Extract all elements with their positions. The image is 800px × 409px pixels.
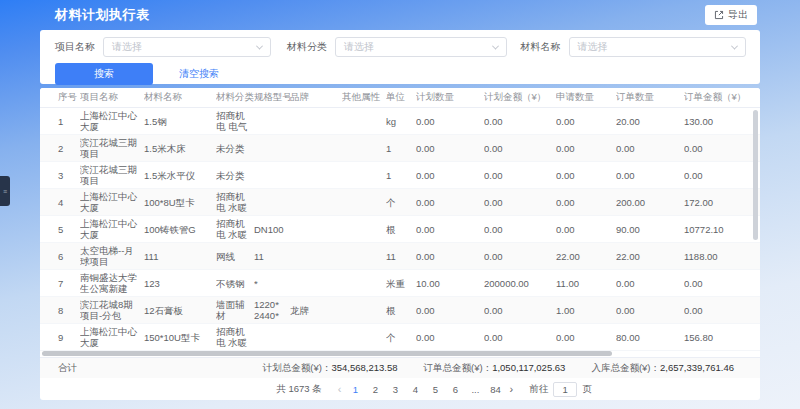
table-cell: 9 (40, 332, 80, 343)
table-cell: 上海松江中心大厦 (80, 326, 144, 348)
table-cell: 0.00 (416, 170, 484, 181)
export-button[interactable]: 导出 (705, 5, 757, 25)
table-cell: 22.00 (556, 251, 616, 262)
column-header: 序号 (40, 91, 80, 104)
table-cell: 0.00 (416, 251, 484, 262)
table-cell: 0.00 (484, 251, 556, 262)
table-cell: 0.00 (616, 143, 684, 154)
table-cell: 未分类 (216, 170, 254, 181)
table-cell: * (254, 278, 290, 289)
table-cell: 0.00 (416, 116, 484, 127)
export-icon (714, 10, 724, 20)
goto-page-input[interactable] (553, 382, 577, 397)
table-cell: 3 (40, 170, 80, 181)
table-cell: 根 (386, 305, 416, 316)
table-cell: 1 (386, 143, 416, 154)
table-cell: 7 (40, 278, 80, 289)
search-button[interactable]: 搜索 (55, 63, 153, 85)
table-cell: 100铸铁管G (144, 224, 216, 235)
table-cell: 0.00 (484, 197, 556, 208)
column-header: 单位 (386, 91, 416, 104)
page-ellipsis[interactable]: ... (468, 384, 482, 395)
prev-page-icon[interactable]: ‹ (338, 384, 342, 394)
horizontal-scrollbar-track (40, 351, 760, 357)
table-cell: 0.00 (684, 305, 746, 316)
table-cell: 0.00 (416, 305, 484, 316)
page-button-2[interactable]: 2 (368, 384, 382, 395)
table-cell: 150*10U型卡 (144, 332, 216, 343)
page-button-4[interactable]: 4 (408, 384, 422, 395)
page-button-6[interactable]: 6 (448, 384, 462, 395)
table-cell: 80.00 (616, 332, 684, 343)
table-cell: 0.00 (556, 332, 616, 343)
clear-search-link[interactable]: 清空搜索 (179, 67, 219, 81)
totals-row: 合计 计划总金额(¥)：354,568,213.58 订单总金额(¥)：1,05… (40, 357, 760, 378)
column-header: 订单数量 (616, 91, 684, 104)
category-select-placeholder: 请选择 (344, 40, 374, 54)
table-row: 7 南铜盛达大学生公寓新建 123 不锈钢 * 米重 10.00 200000.… (40, 270, 760, 297)
project-select[interactable]: 请选择 (103, 37, 271, 57)
table-cell: 上海松江中心大厦 (80, 218, 144, 240)
material-select-placeholder: 请选择 (578, 40, 608, 54)
table-row: 2 滨江花城三期项目 1.5米木床 未分类 1 0.00 0.00 0.00 0… (40, 135, 760, 162)
table-cell: 个 (386, 332, 416, 343)
table-cell: 0.00 (556, 170, 616, 181)
table-cell: 太空电梯--月球项目 (80, 245, 144, 267)
column-header: 订单金额（¥） (684, 91, 746, 104)
table-cell: 1 (386, 170, 416, 181)
table-panel: 序号 项目名称 材料名称 材料分类 规格型号 品牌 其他属性 单位 计划数量 计… (40, 88, 760, 400)
chevron-down-icon (256, 42, 263, 49)
table-cell: 米重 (386, 278, 416, 289)
page-title: 材料计划执行表 (55, 6, 150, 24)
table-cell: 0.00 (684, 170, 746, 181)
table-cell: 8 (40, 305, 80, 316)
horizontal-scrollbar[interactable] (42, 351, 612, 356)
column-header: 项目名称 (80, 91, 144, 104)
table-cell: 个 (386, 197, 416, 208)
column-header: 计划数量 (416, 91, 484, 104)
column-header: 规格型号 (254, 91, 290, 104)
chevron-down-icon (731, 42, 738, 49)
column-header: 品牌 (290, 91, 342, 104)
table-cell: 不锈钢 (216, 278, 254, 289)
header-bar: 材料计划执行表 导出 (40, 0, 760, 30)
project-select-placeholder: 请选择 (112, 40, 142, 54)
chevron-down-icon (492, 42, 499, 49)
page-button-1[interactable]: 1 (348, 384, 362, 395)
vertical-scrollbar[interactable] (753, 110, 758, 240)
table-cell: 上海松江中心大厦 (80, 110, 144, 132)
table-cell: 22.00 (616, 251, 684, 262)
totals-label: 合计 (58, 362, 77, 375)
table-cell: DN100 (254, 224, 290, 235)
table-cell: kg (386, 116, 416, 127)
table-cell: 0.00 (484, 224, 556, 235)
table-cell: 0.00 (556, 197, 616, 208)
table-cell: 0.00 (484, 170, 556, 181)
column-header: 材料名称 (144, 91, 216, 104)
table-cell: 123 (144, 278, 216, 289)
app: { "colors": { "accent": "#3e7ff7", "head… (0, 0, 800, 409)
page-button-3[interactable]: 3 (388, 384, 402, 395)
page-button-5[interactable]: 5 (428, 384, 442, 395)
side-panel-handle[interactable]: ≡ (0, 176, 10, 206)
table-cell: 130.00 (684, 116, 746, 127)
table-cell: 10.00 (416, 278, 484, 289)
page-button-84[interactable]: 84 (488, 384, 502, 395)
table-cell: 0.00 (416, 332, 484, 343)
table-cell: 根 (386, 224, 416, 235)
category-select[interactable]: 请选择 (335, 37, 507, 57)
table-cell: 2 (40, 143, 80, 154)
pagination: 共 1673 条 ‹ 1 2 3 4 5 6 ... 84 › 前往 页 (74, 378, 760, 400)
table-cell: 4 (40, 197, 80, 208)
export-label: 导出 (728, 8, 748, 22)
order-total: 订单总金额(¥)：1,050,117,025.63 (424, 362, 566, 375)
table-cell: 5 (40, 224, 80, 235)
table-cell: 1220*2440*12 (254, 299, 290, 322)
material-select[interactable]: 请选择 (569, 37, 746, 57)
table-cell: 滨江花城三期项目 (80, 164, 144, 186)
table-cell: 1.5米木床 (144, 143, 216, 154)
table-cell: 上海松江中心大厦 (80, 191, 144, 213)
next-page-icon[interactable]: › (509, 384, 513, 394)
table-cell: 未分类 (216, 143, 254, 154)
table-cell: 0.00 (416, 197, 484, 208)
